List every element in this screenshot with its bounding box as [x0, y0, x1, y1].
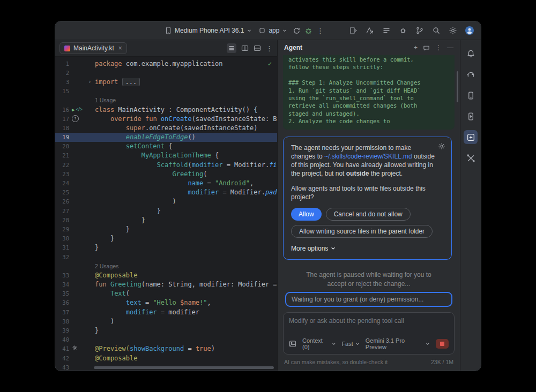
- code-vision-hint[interactable]: 2 Usages: [55, 261, 277, 270]
- line-number[interactable]: 35: [55, 290, 69, 297]
- line-number[interactable]: 36: [55, 299, 69, 306]
- code-line[interactable]: 24 name = "Android",: [55, 178, 277, 187]
- line-number[interactable]: 17: [55, 116, 69, 122]
- agent-more-icon[interactable]: ⋮: [435, 44, 442, 51]
- line-number[interactable]: 31: [55, 244, 69, 251]
- line-number[interactable]: 16: [55, 107, 69, 113]
- fold-indicator[interactable]: ›: [88, 78, 95, 85]
- code-line[interactable]: 29 }: [55, 224, 277, 233]
- code-editor[interactable]: 1package com.example.myapplication23›imp…: [55, 57, 277, 371]
- code-line[interactable]: 28 }: [55, 215, 277, 224]
- code-line[interactable]: 21 MyApplicationTheme {: [55, 151, 277, 160]
- new-chat-icon[interactable]: +: [414, 44, 418, 51]
- code-line[interactable]: 22 Scaffold(modifier = Modifier.fillMaxS…: [55, 160, 277, 169]
- code-line[interactable]: 23 Greeting(: [55, 169, 277, 178]
- line-number[interactable]: 18: [55, 125, 69, 131]
- line-number[interactable]: 30: [55, 235, 69, 242]
- line-number[interactable]: 33: [55, 272, 69, 278]
- line-number[interactable]: 37: [55, 309, 69, 315]
- skill-file-link[interactable]: ~/.skills/code-review/SKILL.md: [324, 153, 412, 160]
- run-configuration-selector[interactable]: app: [255, 25, 291, 36]
- debug-icon[interactable]: [302, 25, 314, 36]
- code-line[interactable]: 36 text = "Hello $name!",: [55, 298, 277, 307]
- build-tools-icon[interactable]: [464, 151, 478, 165]
- split-down-icon[interactable]: [254, 44, 261, 52]
- line-number[interactable]: 23: [55, 171, 69, 177]
- agent-chat-scroll-area[interactable]: activates this skill before a commit,fol…: [278, 55, 460, 288]
- code-line[interactable]: 32: [55, 252, 277, 261]
- run-app-icon[interactable]: ▶: [72, 107, 75, 112]
- allow-button[interactable]: Allow: [291, 208, 322, 221]
- gemini-assist-icon[interactable]: [364, 25, 376, 36]
- settings-gear-icon[interactable]: [447, 25, 459, 36]
- search-icon[interactable]: [430, 25, 442, 36]
- logcat-icon[interactable]: [381, 25, 392, 36]
- line-number[interactable]: 19: [55, 134, 69, 140]
- code-line[interactable]: 17↑ override fun onCreate(savedInstanceS…: [55, 114, 277, 123]
- close-tab-icon[interactable]: ×: [118, 45, 122, 51]
- device-manager-icon[interactable]: [464, 88, 478, 102]
- code-line[interactable]: 15: [55, 87, 277, 96]
- code-line[interactable]: 33@Composable: [55, 270, 277, 280]
- code-line[interactable]: 16▶</>class MainActivity : ComponentActi…: [55, 105, 277, 114]
- model-picker[interactable]: Gemini 3.1 Pro Preview: [366, 337, 430, 350]
- preview-settings-icon[interactable]: [72, 345, 78, 352]
- line-number[interactable]: 39: [55, 327, 69, 334]
- line-number[interactable]: 27: [55, 208, 69, 214]
- device-streaming-icon[interactable]: [347, 25, 359, 36]
- agent-tool-icon[interactable]: [464, 130, 478, 144]
- line-number[interactable]: 20: [55, 143, 69, 149]
- code-line[interactable]: 31}: [55, 243, 277, 252]
- line-number[interactable]: 2: [55, 70, 69, 76]
- line-number[interactable]: 42: [55, 355, 69, 361]
- inspections-status-icon[interactable]: ✓: [268, 60, 272, 67]
- app-inspection-icon[interactable]: [397, 25, 409, 36]
- line-number[interactable]: 22: [55, 162, 69, 168]
- chat-history-icon[interactable]: [423, 44, 430, 51]
- rerun-icon[interactable]: [291, 25, 302, 36]
- line-number[interactable]: 34: [55, 281, 69, 288]
- overrides-method-icon[interactable]: ↑: [72, 115, 79, 122]
- code-line[interactable]: 25 modifier = Modifier.padding(paddingVa…: [55, 188, 277, 197]
- chat-vertical-scrollbar[interactable]: [457, 71, 458, 102]
- line-number[interactable]: 24: [55, 180, 69, 186]
- line-number[interactable]: 32: [55, 254, 69, 260]
- more-actions-icon[interactable]: ⋮: [314, 25, 326, 36]
- line-number[interactable]: 26: [55, 198, 69, 205]
- context-picker[interactable]: Context (0): [302, 337, 336, 350]
- code-line[interactable]: 26 ): [55, 197, 277, 206]
- code-line[interactable]: 37 modifier = modifier: [55, 307, 277, 316]
- line-number[interactable]: 41: [55, 345, 69, 352]
- code-vision-hint[interactable]: 1 Usage: [55, 96, 277, 105]
- compose-code-icon[interactable]: </>: [76, 107, 81, 112]
- line-number[interactable]: 15: [55, 88, 69, 94]
- notifications-bell-icon[interactable]: [464, 47, 478, 61]
- code-line[interactable]: 38 ): [55, 316, 277, 326]
- code-line[interactable]: 40: [55, 335, 277, 344]
- cancel-button[interactable]: Cancel and do not allow: [326, 208, 411, 221]
- permission-waiting-input[interactable]: Waiting for you to grant (or deny) permi…: [285, 292, 452, 307]
- running-devices-icon[interactable]: [464, 109, 478, 123]
- stop-generation-button[interactable]: [436, 339, 449, 349]
- line-number[interactable]: 28: [55, 217, 69, 223]
- allow-parent-folder-button[interactable]: Allow writing source files in the parent…: [291, 225, 433, 238]
- code-line[interactable]: 18 super.onCreate(savedInstanceState): [55, 123, 277, 132]
- line-number[interactable]: 40: [55, 336, 69, 343]
- line-number[interactable]: 38: [55, 318, 69, 325]
- code-line[interactable]: 35 Text(: [55, 289, 277, 298]
- line-number[interactable]: 43: [55, 364, 69, 371]
- user-avatar[interactable]: [464, 25, 475, 36]
- more-options-button[interactable]: More options: [291, 244, 444, 253]
- line-number[interactable]: 1: [55, 61, 69, 67]
- code-line[interactable]: 1package com.example.myapplication: [55, 59, 277, 68]
- code-line[interactable]: 34fun Greeting(name: String, modifier: M…: [55, 280, 277, 289]
- device-selector[interactable]: Medium Phone API 36.1: [161, 25, 255, 36]
- line-number[interactable]: 21: [55, 152, 69, 159]
- gradle-icon[interactable]: [464, 67, 478, 81]
- agent-compose-box[interactable]: Modify or ask about the pending tool cal…: [283, 312, 455, 355]
- speed-picker[interactable]: Fast: [341, 341, 359, 347]
- horizontal-scrollbar[interactable]: [94, 366, 274, 369]
- code-line[interactable]: 3›import ...: [55, 77, 277, 86]
- open-files-list-icon[interactable]: [227, 43, 236, 53]
- editor-more-icon[interactable]: ⋮: [266, 44, 273, 52]
